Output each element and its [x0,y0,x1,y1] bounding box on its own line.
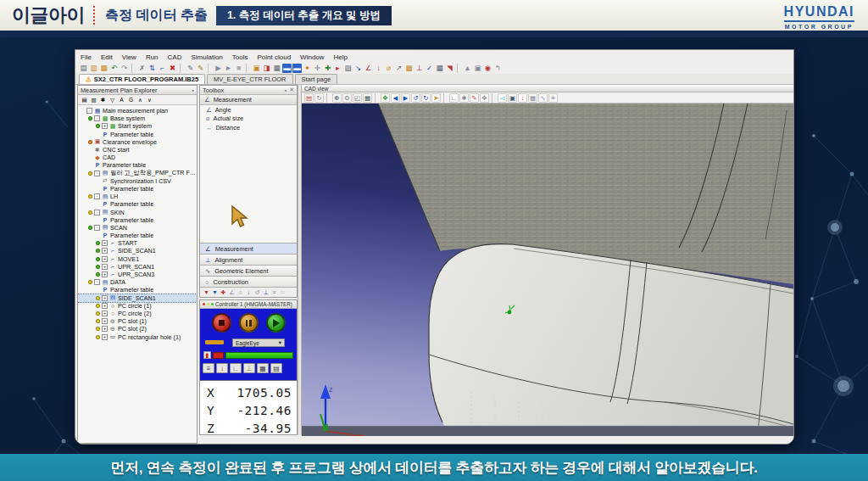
toolbox-item-distance[interactable]: ↔Distance [200,123,297,132]
pin-down-icon[interactable]: ↓ [374,64,383,73]
category-construction[interactable]: ○Construction [200,276,297,287]
menu-simulation[interactable]: Simulation [191,53,222,61]
tree-item[interactable]: +⊖PC slot (1) [78,317,197,325]
section-icon[interactable]: ◅ [498,93,507,103]
tree-item[interactable]: +▭PC rectangular hole (1) [78,333,197,340]
tree-item[interactable]: -▤SKIN [78,208,197,215]
probe-select[interactable]: EagleEye ▾ [232,338,285,347]
tree-item[interactable]: -▩Base system [78,115,197,122]
speed-control[interactable]: ▮ [203,351,293,359]
redo-icon[interactable]: ↷ [120,64,129,73]
tree-item[interactable]: +⊖PC slot (2) [78,325,197,333]
angle-tool-icon[interactable]: ∠ [228,288,236,296]
tree-item[interactable]: +⌐START [78,239,197,247]
flag-icon[interactable]: ▸ [333,64,342,73]
menu-view[interactable]: View [122,53,136,61]
tree-item[interactable]: +○PC circle (2) [78,310,197,317]
return-icon[interactable]: ↰ [493,64,503,73]
stop-icon[interactable]: ■ [234,64,243,73]
zoom-sel-icon[interactable]: ◰ [353,93,362,103]
view-dir-icon[interactable]: ➤ [431,93,441,103]
expand-icon[interactable]: + [102,318,108,324]
mcs-icon[interactable]: ⊥ [243,363,255,373]
tab-3[interactable]: Start page [295,74,338,84]
collapse-icon[interactable]: - [94,225,100,231]
expand-icon[interactable]: + [102,256,108,262]
check-icon[interactable]: ✓ [425,64,434,73]
group-icon[interactable]: G [127,96,135,103]
tab-1[interactable]: ⚠SX2_CTR FLOOR_PROGRAM.IB25 [79,74,205,84]
tree-item[interactable]: -▤필러 고_압착용_PMP_CTR FLR__22925 [78,170,197,177]
rotate-right-icon[interactable]: ▶ [401,93,410,103]
tree-item[interactable]: +▩Start system [78,122,197,130]
target-icon[interactable]: ◉ [483,64,492,73]
expand-all-icon[interactable]: ▥ [90,96,97,103]
draw-icon[interactable]: ↘ [353,64,363,73]
tree-item[interactable]: PParameter table [78,131,197,138]
category-measurement[interactable]: ∠Measurement [200,243,297,254]
collapse-icon[interactable]: - [94,193,100,199]
tree-item[interactable]: ▣Clearance envelope [78,138,197,146]
tree-item[interactable]: ⇄Synchronization I CSV [78,177,197,185]
tree-item[interactable]: +○PC circle (1) [78,302,197,310]
expand-icon[interactable]: + [102,310,108,316]
zoom-fit-icon[interactable]: ⊕ [332,93,342,103]
sim-device-icon[interactable]: ▣ [252,64,261,73]
cut-icon[interactable]: ✗ [137,64,147,73]
pcs-icon[interactable]: ∟ [230,363,242,373]
render-icon[interactable]: ✱ [459,93,469,103]
view-cube-icon[interactable]: ▦ [363,93,372,103]
menu-file[interactable]: File [81,53,92,61]
rotate-left-icon[interactable]: ◀ [391,93,400,103]
cnc-mode-icon[interactable]: ▬ [282,64,292,73]
toolbox-item-angle[interactable]: ∠Angle [200,105,297,115]
pin-icon[interactable]: ▪ [285,87,287,93]
expand-icon[interactable]: + [102,123,108,129]
move-icon[interactable]: ✥ [480,93,489,103]
add-icon[interactable]: ✚ [323,64,332,73]
menu-point-cloud[interactable]: Point cloud [258,53,292,61]
menu-icon[interactable]: ≡ [203,363,214,373]
annotate-icon[interactable]: ✎ [470,93,479,103]
collapse-icon[interactable]: - [86,108,92,114]
grid-view-icon[interactable]: ▦ [528,93,537,103]
new-doc-icon[interactable]: ▤ [79,64,88,73]
expand-icon[interactable]: + [102,240,108,246]
play-button[interactable] [266,313,286,333]
menu-tools[interactable]: Tools [232,53,248,61]
open-icon[interactable]: ▥ [89,64,98,73]
rotate-icon[interactable]: ↺ [253,288,261,296]
category-geometric-element[interactable]: ∿Geometric Element [200,265,297,276]
tree-item[interactable]: -▦Main measurement plan [78,107,197,115]
menu-edit[interactable]: Edit [101,53,113,61]
expand-icon[interactable]: + [102,326,108,332]
collapse-icon[interactable]: - [94,279,100,285]
matrix-icon[interactable]: ∷ [279,288,287,296]
axis-tool-icon[interactable]: ∟ [449,93,459,103]
collapse-icon[interactable]: - [94,115,100,121]
corner-icon[interactable]: ◥ [445,64,454,73]
pan-icon[interactable]: ✥ [381,93,390,103]
menu-run[interactable]: Run [146,53,159,61]
delete-icon[interactable]: ✖ [168,64,177,73]
close-icon[interactable]: ✕ [289,87,294,93]
pause-button[interactable] [239,313,259,333]
tree-item[interactable]: ✱CNC start [78,146,197,154]
save-icon[interactable]: ▦ [99,64,108,73]
list-icon[interactable]: ≡ [270,288,278,296]
stop-button[interactable] [212,313,231,333]
tree-item[interactable]: PParameter table [78,200,197,208]
device-list-icon[interactable]: ▦ [272,64,281,73]
tree-item[interactable]: +⌐UPR_SCAN3 [78,271,197,278]
cad-doc-icon[interactable]: ▤ [304,93,314,103]
angle-icon[interactable]: ∠ [364,64,373,73]
expand-icon[interactable]: + [102,295,108,301]
grid-icon[interactable]: ▦ [435,64,444,73]
probe-down-icon[interactable]: ↓ [216,363,228,373]
shield-icon[interactable]: ▣ [508,93,517,103]
tree-item[interactable]: +⌐UPR_SCAN1 [78,263,197,271]
collapse-icon[interactable]: - [94,171,100,176]
add-point-icon[interactable]: ✚ [220,288,227,296]
probe-icon[interactable]: ✎ [186,64,195,73]
filter-a-icon[interactable]: A [118,96,125,103]
